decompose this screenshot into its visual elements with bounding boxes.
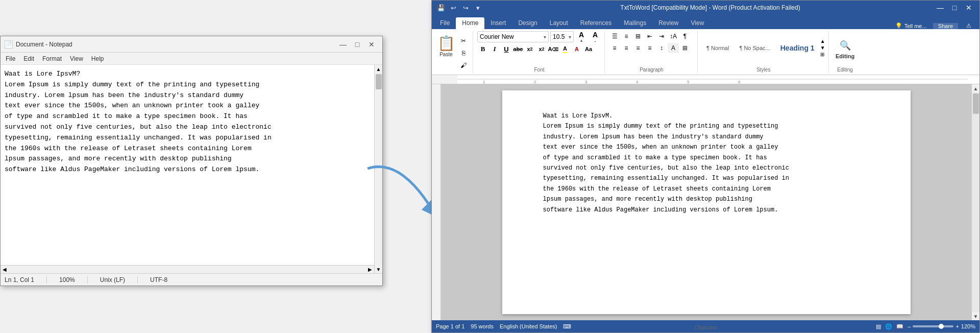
tab-file[interactable]: File xyxy=(434,17,456,29)
ribbon-group-paragraph: ☰ ≡ ⊞ ⇤ ⇥ ↕A ¶ ≡ ≡ ≡ ≡ ↕ A ⊞ Paragraph xyxy=(606,31,698,74)
justify-button[interactable]: ≡ xyxy=(644,43,655,53)
italic-button[interactable]: I xyxy=(489,44,500,54)
borders-button[interactable]: ⊞ xyxy=(679,43,691,53)
bullets-button[interactable]: ☰ xyxy=(609,31,620,41)
copy-button[interactable]: ⎘ xyxy=(457,47,470,59)
superscript-button[interactable]: x2 xyxy=(536,44,547,54)
font-size-selector[interactable]: 10.5 ▾ xyxy=(550,31,574,42)
word-title: TxtToWord [Compatibility Mode] - Word (P… xyxy=(487,4,934,11)
decrease-indent-button[interactable]: ⇤ xyxy=(644,31,655,41)
change-case-button[interactable]: Aa xyxy=(583,44,594,54)
word-customize-icon[interactable]: ▾ xyxy=(473,3,483,12)
notepad-status-line-col: Ln 1, Col 1 xyxy=(5,276,34,283)
styles-scroll-up[interactable]: ▲ xyxy=(820,38,825,44)
notepad-minimize-button[interactable]: — xyxy=(336,39,350,50)
style-normal-item[interactable]: ¶ Normal xyxy=(702,43,733,53)
word-document-content[interactable]: Waat is Lore IpsvM. Lorem Ipsum is simpl… xyxy=(543,111,870,215)
word-minimize-button[interactable]: — xyxy=(934,3,947,13)
align-center-button[interactable]: ≡ xyxy=(621,43,632,53)
subscript-button[interactable]: x2 xyxy=(524,44,535,54)
word-undo-icon[interactable]: ↩ xyxy=(448,3,458,12)
scroll-up-arrow[interactable]: ▲ xyxy=(972,84,980,92)
notepad-menu-file[interactable]: File xyxy=(3,54,18,63)
notepad-status-encoding: UTF-8 xyxy=(150,276,167,283)
word-close-button[interactable]: ✕ xyxy=(962,3,975,13)
svg-text:1: 1 xyxy=(483,80,485,84)
font-name-selector[interactable]: Courier New ▾ xyxy=(477,31,549,42)
word-scrollbar-vertical[interactable]: ▲ ▼ xyxy=(971,84,979,320)
styles-expand[interactable]: ⊞ xyxy=(820,52,825,57)
word-maximize-button[interactable]: □ xyxy=(948,3,961,13)
notepad-title: Document - Notepad xyxy=(16,41,336,48)
tab-design[interactable]: Design xyxy=(512,17,543,29)
notepad-text-area[interactable]: Waat is Lore IpsvM? Lorem Ipsum is simpl… xyxy=(1,65,374,265)
style-heading1-item[interactable]: Heading 1 xyxy=(776,42,819,54)
styles-scroll-down[interactable]: ▼ xyxy=(820,45,825,51)
svg-text:3: 3 xyxy=(585,80,587,84)
notepad-menu-help[interactable]: Help xyxy=(88,54,107,63)
warning-button[interactable]: ⚠ xyxy=(962,22,975,29)
word-redo-icon[interactable]: ↪ xyxy=(460,3,471,12)
align-left-button[interactable]: ≡ xyxy=(609,43,620,53)
status-separator-1 xyxy=(46,276,47,283)
zoom-slider[interactable] xyxy=(913,325,953,327)
tab-layout[interactable]: Layout xyxy=(544,17,574,29)
word-ribbon: 📋 Paste ✂ ⎘ 🖌 Clipboard Courier New ▾ 10… xyxy=(432,29,979,75)
paste-button[interactable]: 📋 Paste xyxy=(436,33,456,60)
notepad-status-zoom: 100% xyxy=(59,276,75,283)
tab-references[interactable]: References xyxy=(574,17,618,29)
notepad-maximize-button[interactable]: □ xyxy=(351,39,364,50)
font-name-dropdown-icon: ▾ xyxy=(544,34,546,40)
tab-home[interactable]: Home xyxy=(456,17,484,29)
sort-button[interactable]: ↕A xyxy=(668,31,679,41)
notepad-menu-edit[interactable]: Edit xyxy=(20,54,37,63)
increase-font-size-button[interactable]: A+ xyxy=(575,31,587,42)
notepad-menubar: File Edit Format View Help xyxy=(1,53,382,65)
underline-button[interactable]: U xyxy=(501,44,512,54)
notepad-window: 📄 Document - Notepad — □ ✕ File Edit For… xyxy=(0,36,383,286)
ribbon-group-styles: ¶ Normal ¶ No Spac... Heading 1 ▲ ▼ ⊞ St… xyxy=(699,31,829,74)
tab-insert[interactable]: Insert xyxy=(484,17,512,29)
notepad-scrollbar-horizontal[interactable]: ◀ ▶ xyxy=(1,265,374,273)
tab-view[interactable]: View xyxy=(685,17,710,29)
increase-indent-button[interactable]: ⇥ xyxy=(656,31,667,41)
scroll-track xyxy=(972,92,979,312)
word-document-scroll[interactable]: Waat is Lore IpsvM. Lorem Ipsum is simpl… xyxy=(441,84,971,320)
scroll-thumb[interactable] xyxy=(973,93,979,114)
notepad-menu-format[interactable]: Format xyxy=(39,54,65,63)
word-document-area: Waat is Lore IpsvM. Lorem Ipsum is simpl… xyxy=(432,84,979,320)
styles-gallery-arrows: ▲ ▼ ⊞ xyxy=(820,38,825,57)
format-painter-button[interactable]: 🖌 xyxy=(457,60,470,71)
font-color-button[interactable]: A xyxy=(571,44,582,54)
notepad-menu-view[interactable]: View xyxy=(67,54,86,63)
cut-button[interactable]: ✂ xyxy=(457,35,470,46)
text-highlight-button[interactable]: A xyxy=(559,44,571,54)
share-button[interactable]: Share xyxy=(933,23,958,29)
paragraph-group-label: Paragraph xyxy=(606,66,697,73)
editing-find-icon: 🔍 xyxy=(840,40,851,51)
font-name-display: Courier New xyxy=(480,33,514,40)
tab-review[interactable]: Review xyxy=(652,17,684,29)
decrease-font-size-button[interactable]: A- xyxy=(589,31,601,42)
multilevel-list-button[interactable]: ⊞ xyxy=(632,31,644,41)
tell-me-box[interactable]: 💡 Tell me... xyxy=(891,22,931,29)
font-size-display: 10.5 xyxy=(553,33,565,40)
shading-button[interactable]: A xyxy=(668,43,679,53)
bold-button[interactable]: B xyxy=(477,44,488,54)
strikethrough-button[interactable]: abc xyxy=(512,44,524,54)
style-no-spacing-item[interactable]: ¶ No Spac... xyxy=(734,43,774,53)
tab-mailings[interactable]: Mailings xyxy=(618,17,652,29)
ribbon-group-editing: 🔍 Editing Editing xyxy=(830,31,861,74)
notepad-scrollbar-vertical[interactable]: ▲ ▼ xyxy=(374,65,382,273)
align-right-button[interactable]: ≡ xyxy=(632,43,644,53)
scroll-down-arrow[interactable]: ▼ xyxy=(972,312,980,320)
line-spacing-button[interactable]: ↕ xyxy=(656,43,667,53)
word-save-icon[interactable]: 💾 xyxy=(436,3,446,12)
word-window-controls: — □ ✕ xyxy=(934,3,975,13)
notepad-close-button[interactable]: ✕ xyxy=(365,39,378,50)
numbered-list-button[interactable]: ≡ xyxy=(621,31,632,41)
styles-group-label: Styles xyxy=(699,66,828,73)
clear-formatting-button[interactable]: A⌫ xyxy=(548,44,559,54)
svg-text:2: 2 xyxy=(534,80,536,84)
show-formatting-button[interactable]: ¶ xyxy=(679,31,691,41)
